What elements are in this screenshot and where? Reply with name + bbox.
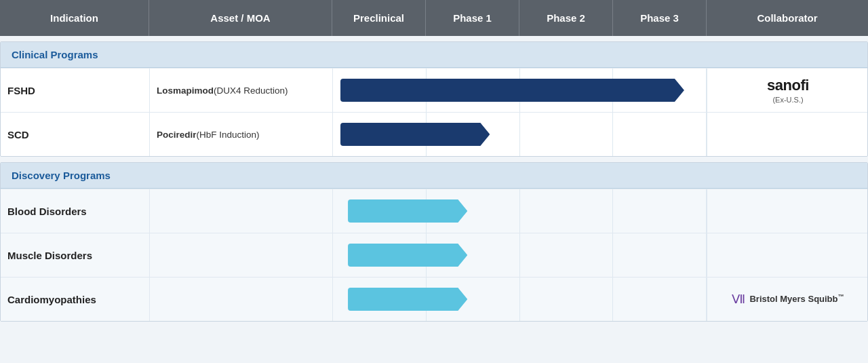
bms-icon: Ⅶ	[732, 292, 745, 307]
clinical-programs-section: Clinical Programs FSHD Losmapimod (DUX4 …	[0, 41, 868, 157]
bms-name: Bristol Myers Squibb™	[749, 293, 844, 305]
bar-col-phase2	[520, 189, 614, 233]
bar-area-fshd	[333, 69, 707, 112]
collaborator-bms: Ⅶ Bristol Myers Squibb™	[707, 278, 868, 321]
collaborator-none-blood	[707, 189, 868, 233]
discovery-programs-section: Discovery Programs Blood Disorders Muscl…	[0, 162, 868, 322]
bar-col-phase3	[613, 233, 707, 277]
header-phase3: Phase 3	[613, 0, 707, 36]
table-row: Muscle Disorders	[1, 233, 867, 277]
asset-muscle	[150, 233, 333, 277]
progress-bar-scd	[340, 123, 490, 146]
collaborator-none-muscle	[707, 233, 868, 277]
collaborator-none-scd	[707, 113, 868, 156]
bar-col-phase2	[520, 113, 614, 156]
header-phase2: Phase 2	[519, 0, 613, 36]
bar-col-phase3	[613, 113, 707, 156]
asset-cardio	[150, 278, 333, 321]
asset-losmapimod: Losmapimod (DUX4 Reduction)	[150, 69, 333, 112]
moa-text: (HbF Induction)	[197, 130, 260, 140]
sanofi-sub-text: (Ex-U.S.)	[772, 96, 803, 104]
bar-col-phase3	[613, 189, 707, 233]
drug-name: Losmapimod	[157, 85, 214, 96]
table-header: Indication Asset / MOA Preclinical Phase…	[0, 0, 868, 36]
indication-cardiomyopathies: Cardiomyopathies	[1, 278, 150, 321]
table-row: SCD Pociredir (HbF Induction)	[1, 112, 867, 156]
moa-text: (DUX4 Reduction)	[214, 85, 288, 96]
bar-area-cardio	[333, 278, 707, 321]
header-asset: Asset / MOA	[149, 0, 332, 36]
indication-scd: SCD	[1, 113, 150, 156]
bar-inner-fshd	[333, 69, 707, 112]
header-collaborator: Collaborator	[707, 0, 868, 36]
bar-area-blood	[333, 189, 707, 233]
asset-pociredir: Pociredir (HbF Induction)	[150, 113, 333, 156]
progress-bar-fshd	[340, 79, 684, 102]
drug-name: Pociredir	[157, 130, 197, 140]
bar-inner-blood	[333, 189, 707, 233]
indication-blood-disorders: Blood Disorders	[1, 189, 150, 233]
collaborator-sanofi: sanofi (Ex-U.S.)	[707, 69, 868, 112]
clinical-programs-header: Clinical Programs	[1, 42, 867, 68]
discovery-programs-header: Discovery Programs	[1, 163, 867, 189]
header-indication: Indication	[0, 0, 149, 36]
bar-area-muscle	[333, 233, 707, 277]
table-row: FSHD Losmapimod (DUX4 Reduction) sanofi …	[1, 68, 867, 112]
indication-fshd: FSHD	[1, 69, 150, 112]
bar-inner-cardio	[333, 278, 707, 321]
progress-bar-cardio	[348, 288, 467, 311]
bms-logo: Ⅶ Bristol Myers Squibb™	[732, 292, 844, 307]
bar-col-phase3	[613, 278, 707, 321]
table-row: Cardiomyopathies Ⅶ Bristol Myers Squibb™	[1, 277, 867, 321]
sanofi-logo-text: sanofi	[767, 77, 809, 94]
bar-inner-muscle	[333, 233, 707, 277]
indication-muscle-disorders: Muscle Disorders	[1, 233, 150, 277]
bar-inner-scd	[333, 113, 707, 156]
bar-area-scd	[333, 113, 707, 156]
bar-col-phase2	[520, 278, 614, 321]
table-row: Blood Disorders	[1, 189, 867, 233]
header-phase1: Phase 1	[426, 0, 519, 36]
header-preclinical: Preclinical	[332, 0, 426, 36]
bar-col-phase2	[520, 233, 614, 277]
asset-blood	[150, 189, 333, 233]
progress-bar-blood	[348, 199, 467, 223]
progress-bar-muscle	[348, 244, 467, 267]
